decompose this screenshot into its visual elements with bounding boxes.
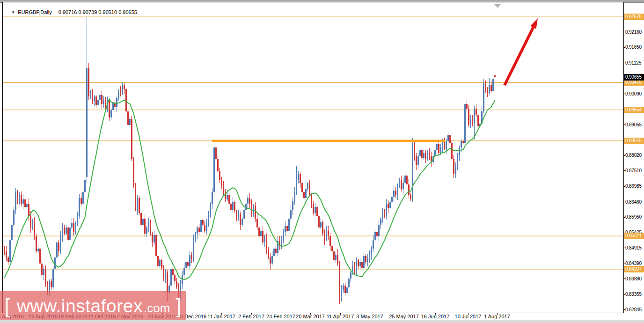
mt4-chart-window: ▼EURGBP,Daily0.90716 0.90739 0.90510 0.9… bbox=[0, 0, 644, 323]
price-tick-label: 0.87510 bbox=[625, 168, 644, 174]
price-tick-label: 0.84915 bbox=[625, 245, 644, 251]
candle bbox=[51, 281, 52, 287]
price-tick-label: 0.88020 bbox=[625, 152, 644, 159]
watermark-close-bracket: ] bbox=[176, 294, 181, 318]
candle bbox=[157, 256, 159, 266]
candle bbox=[116, 98, 117, 107]
candle bbox=[120, 91, 121, 94]
candle bbox=[303, 192, 305, 198]
price-level-label: 0.85321 bbox=[624, 233, 644, 239]
candle bbox=[58, 242, 59, 251]
price-tick-label: 0.83880 bbox=[625, 276, 644, 282]
candle bbox=[449, 135, 451, 143]
candle bbox=[144, 219, 146, 234]
candle bbox=[462, 141, 464, 143]
candle bbox=[466, 104, 468, 109]
candle bbox=[350, 272, 351, 279]
watermark-open-bracket: [ bbox=[4, 294, 10, 318]
candle bbox=[365, 256, 366, 262]
candle bbox=[43, 269, 44, 275]
candle bbox=[249, 198, 250, 204]
candle bbox=[49, 281, 50, 292]
instaforex-watermark: [ www.instaforex .com ] bbox=[0, 291, 186, 321]
candle bbox=[444, 141, 445, 149]
candle bbox=[477, 115, 479, 126]
candle bbox=[255, 206, 256, 219]
candle bbox=[219, 171, 220, 180]
candle bbox=[217, 159, 219, 171]
price-tick-label: 0.89055 bbox=[625, 122, 644, 128]
candle bbox=[193, 240, 194, 259]
candle bbox=[213, 147, 215, 192]
candle bbox=[490, 85, 492, 91]
candle bbox=[318, 216, 320, 228]
date-tick-label: 20 Mar 2017 bbox=[296, 314, 325, 319]
candle bbox=[440, 147, 441, 154]
ohlc-readout: 0.90716 0.90739 0.90510 0.90655 bbox=[59, 9, 137, 15]
candle bbox=[228, 195, 230, 204]
candle bbox=[7, 257, 9, 262]
candle bbox=[240, 214, 241, 225]
candle bbox=[212, 192, 213, 204]
candle bbox=[79, 198, 80, 216]
candle bbox=[492, 79, 494, 90]
price-chart-canvas[interactable] bbox=[0, 0, 644, 323]
candle bbox=[271, 256, 273, 264]
candle bbox=[152, 234, 153, 242]
candle bbox=[457, 156, 458, 167]
candle bbox=[195, 234, 196, 240]
candle bbox=[487, 89, 488, 93]
candle bbox=[346, 287, 348, 294]
candle bbox=[268, 251, 269, 257]
candle bbox=[283, 232, 284, 240]
candle bbox=[483, 83, 484, 111]
candle bbox=[13, 210, 15, 225]
candle bbox=[358, 260, 359, 266]
candle bbox=[464, 104, 466, 143]
symbol-dropdown-icon[interactable]: ▼ bbox=[11, 10, 15, 15]
candle bbox=[150, 222, 151, 234]
candle bbox=[315, 207, 316, 213]
candle bbox=[148, 222, 149, 228]
date-tick-label: 16 Jun 2017 bbox=[421, 314, 450, 319]
candle bbox=[301, 183, 303, 192]
candle bbox=[4, 247, 5, 252]
candle bbox=[281, 240, 282, 246]
candle bbox=[363, 256, 365, 268]
candle bbox=[461, 141, 462, 147]
watermark-tld-text: .com bbox=[144, 301, 170, 316]
candle bbox=[110, 110, 112, 117]
candle bbox=[485, 83, 486, 89]
candle bbox=[174, 275, 176, 281]
candle bbox=[170, 269, 172, 286]
candle bbox=[97, 100, 99, 106]
candle bbox=[389, 202, 391, 208]
price-level-label: 0.92678 bbox=[624, 14, 644, 20]
candle bbox=[155, 235, 157, 256]
candle bbox=[24, 199, 26, 207]
candle bbox=[275, 249, 277, 253]
candle bbox=[243, 210, 245, 219]
candle bbox=[6, 251, 7, 257]
candle bbox=[234, 202, 235, 211]
candle bbox=[140, 213, 142, 225]
candle bbox=[135, 186, 136, 210]
candle bbox=[39, 249, 41, 264]
candle bbox=[230, 204, 232, 210]
candle bbox=[361, 262, 363, 268]
candle bbox=[221, 180, 222, 186]
candle bbox=[109, 101, 110, 117]
candle bbox=[369, 255, 370, 259]
candle bbox=[131, 119, 132, 159]
candle bbox=[294, 192, 295, 201]
candle bbox=[101, 95, 102, 104]
date-tick-label: 10 Jul 2017 bbox=[455, 314, 482, 319]
candle bbox=[292, 201, 293, 210]
candle bbox=[206, 223, 207, 231]
candle bbox=[417, 156, 419, 165]
price-level-label: 0.89554 bbox=[624, 107, 644, 113]
candle bbox=[247, 198, 249, 204]
candle bbox=[410, 195, 411, 199]
candle bbox=[468, 109, 469, 125]
candle bbox=[262, 231, 263, 242]
